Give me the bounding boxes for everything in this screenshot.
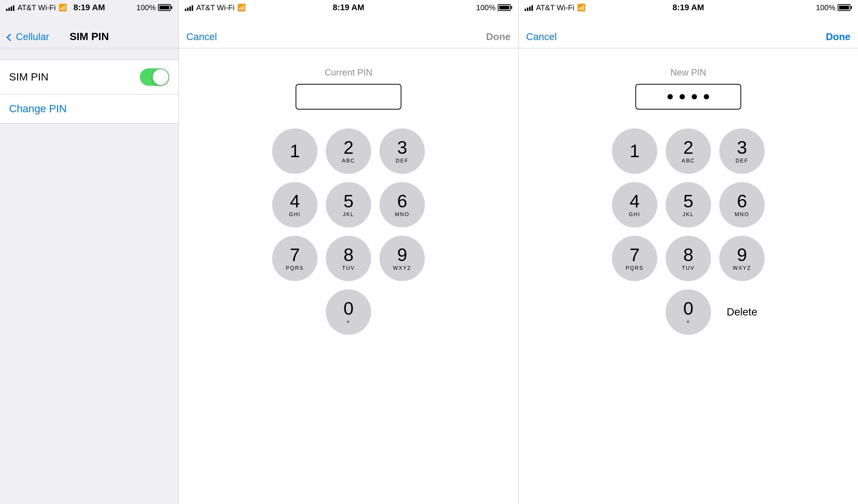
signal-icon-panel2 (185, 4, 193, 11)
current-pin-area-label: Current PIN (325, 67, 373, 78)
key-2-panel2[interactable]: 2 ABC (326, 128, 371, 174)
sim-pin-toggle[interactable] (140, 68, 169, 86)
key-5-panel3[interactable]: 5 JKL (666, 182, 711, 227)
key-0-panel2[interactable]: 0 + (326, 289, 371, 335)
keypad-row-4-panel2: 0 + (272, 289, 425, 335)
time-panel2: 8:19 AM (333, 3, 364, 12)
cancel-button-panel2[interactable]: Cancel (186, 31, 217, 43)
status-bar-content-panel3: AT&T Wi-Fi 📶 8:19 AM 100% (519, 0, 858, 15)
new-pin-input[interactable] (635, 84, 741, 110)
carrier-panel3: AT&T Wi-Fi (536, 3, 574, 12)
pin-dot-4 (704, 94, 709, 99)
keypad-row-2-panel2: 4 GHI 5 JKL 6 MNO (272, 182, 425, 227)
status-bar-panel1: AT&T Wi-Fi 📶 8:19 AM 100% (0, 0, 178, 15)
key-8-panel2[interactable]: 8 TUV (326, 236, 371, 281)
status-bar-content-panel2: AT&T Wi-Fi 📶 8:19 AM 100% (179, 0, 518, 15)
pin-dot-2 (680, 94, 685, 99)
pin-dot-1 (668, 94, 673, 99)
key-1-panel2[interactable]: 1 (272, 128, 317, 174)
battery-percent-panel2: 100% (476, 3, 496, 12)
key-2-panel3[interactable]: 2 ABC (666, 128, 711, 174)
carrier-panel1: AT&T Wi-Fi (17, 3, 56, 12)
key-7-panel2[interactable]: 7 PQRS (272, 236, 317, 281)
pin-dot-3 (692, 94, 697, 99)
key-4-panel3[interactable]: 4 GHI (612, 182, 657, 227)
pin-dots-display (668, 94, 709, 99)
delete-label-panel3: Delete (727, 306, 757, 318)
key-3-panel2[interactable]: 3 DEF (379, 128, 425, 174)
keypad-row-1-panel2: 1 2 ABC 3 DEF (272, 128, 425, 174)
status-bar-right-panel3: 100% (816, 3, 852, 12)
cancel-button-panel3[interactable]: Cancel (526, 31, 557, 43)
battery-percent-panel3: 100% (816, 3, 835, 12)
status-bar-panel2: AT&T Wi-Fi 📶 8:19 AM 100% (179, 0, 518, 15)
sim-pin-label: SIM PIN (9, 71, 48, 83)
status-bar-panel3: AT&T Wi-Fi 📶 8:19 AM 100% (519, 0, 858, 15)
battery-percent-panel1: 100% (136, 3, 156, 12)
key-3-panel3[interactable]: 3 DEF (719, 128, 765, 174)
key-5-panel2[interactable]: 5 JKL (326, 182, 371, 227)
wifi-icon-panel2: 📶 (237, 3, 246, 12)
carrier-panel2: AT&T Wi-Fi (196, 3, 234, 12)
battery-icon-panel1 (158, 4, 172, 11)
key-4-panel2[interactable]: 4 GHI (272, 182, 317, 227)
time-panel3: 8:19 AM (672, 3, 704, 12)
key-empty2-panel2 (379, 289, 425, 335)
done-button-panel3[interactable]: Done (826, 31, 850, 43)
sim-pin-row: SIM PIN (0, 60, 178, 94)
current-pin-panel: AT&T Wi-Fi 📶 8:19 AM 100% Cancel Done Cu… (179, 0, 519, 504)
change-pin-row[interactable]: Change PIN (0, 94, 178, 123)
keypad-panel2: 1 2 ABC 3 DEF 4 GHI 5 JKL 6 MNO (179, 128, 518, 335)
wifi-icon-panel3: 📶 (577, 3, 585, 12)
nav-title-panel1: SIM PIN (70, 31, 109, 43)
key-empty-panel3 (612, 289, 657, 335)
done-button-panel2[interactable]: Done (486, 31, 511, 43)
change-pin-label: Change PIN (9, 103, 67, 115)
status-bar-left-panel1: AT&T Wi-Fi 📶 (6, 3, 67, 12)
delete-button-panel3[interactable]: Delete (719, 289, 765, 335)
nav-bar-panel3: Cancel Done (519, 15, 858, 48)
signal-icon-panel3 (525, 4, 533, 11)
signal-icon-panel1 (6, 4, 14, 11)
time-panel1: 8:19 AM (73, 3, 105, 12)
key-8-panel3[interactable]: 8 TUV (666, 236, 711, 281)
key-9-panel2[interactable]: 9 WXYZ (379, 236, 425, 281)
back-chevron-panel1 (6, 34, 14, 41)
key-9-panel3[interactable]: 9 WXYZ (719, 236, 765, 281)
back-label-panel1: Cellular (16, 31, 49, 43)
key-1-panel3[interactable]: 1 (612, 128, 657, 174)
keypad-row-2-panel3: 4 GHI 5 JKL 6 MNO (612, 182, 765, 227)
nav-bar-panel1: Cellular SIM PIN (0, 15, 178, 48)
key-empty-panel2 (272, 289, 317, 335)
toggle-knob (153, 69, 169, 85)
keypad-panel3: 1 2 ABC 3 DEF 4 GHI 5 JKL 6 MNO (519, 128, 858, 335)
battery-icon-panel2 (498, 4, 512, 11)
wifi-icon-panel1: 📶 (59, 3, 67, 12)
keypad-row-3-panel3: 7 PQRS 8 TUV 9 WXYZ (612, 236, 765, 281)
current-pin-input[interactable] (296, 84, 401, 110)
status-bar-left-panel3: AT&T Wi-Fi 📶 (525, 3, 585, 12)
keypad-row-3-panel2: 7 PQRS 8 TUV 9 WXYZ (272, 236, 425, 281)
new-pin-panel: AT&T Wi-Fi 📶 8:19 AM 100% Cancel Done Ne… (519, 0, 858, 504)
new-pin-section: New PIN (519, 48, 858, 110)
key-6-panel3[interactable]: 6 MNO (719, 182, 765, 227)
status-bar-right-panel2: 100% (476, 3, 512, 12)
current-pin-section: Current PIN (179, 48, 518, 110)
battery-icon-panel3 (838, 4, 852, 11)
keypad-row-1-panel3: 1 2 ABC 3 DEF (612, 128, 765, 174)
nav-bar-panel2: Cancel Done (179, 15, 518, 48)
settings-group-panel1: SIM PIN Change PIN (0, 60, 178, 124)
sim-pin-panel: AT&T Wi-Fi 📶 8:19 AM 100% Cellular SIM P… (0, 0, 179, 504)
status-bar-left-panel2: AT&T Wi-Fi 📶 (185, 3, 246, 12)
key-0-panel3[interactable]: 0 + (666, 289, 711, 335)
status-bar-right-panel1: 100% (136, 3, 172, 12)
keypad-row-4-panel3: 0 + Delete (612, 289, 765, 335)
key-7-panel3[interactable]: 7 PQRS (612, 236, 657, 281)
back-button-panel1[interactable]: Cellular (8, 31, 49, 43)
new-pin-area-label: New PIN (671, 67, 706, 78)
status-bar-content-panel1: AT&T Wi-Fi 📶 8:19 AM 100% (0, 0, 178, 15)
key-6-panel2[interactable]: 6 MNO (379, 182, 425, 227)
